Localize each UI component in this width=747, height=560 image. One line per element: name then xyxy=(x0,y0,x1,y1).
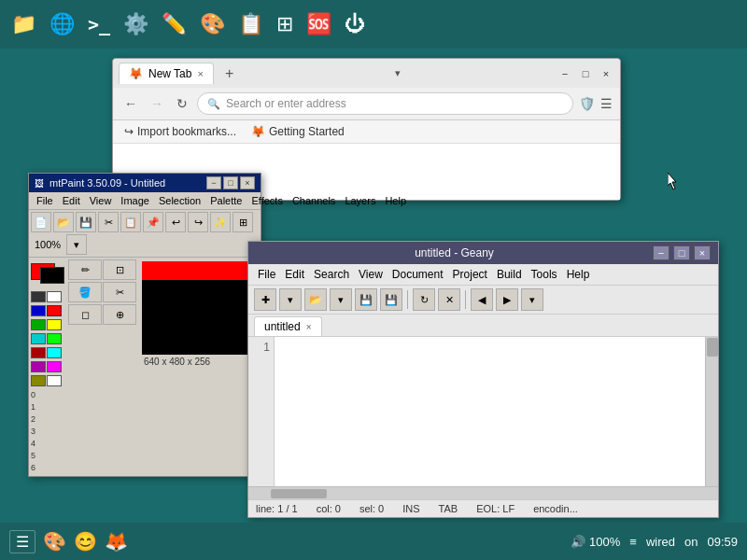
address-bar[interactable]: 🔍 Search or enter address xyxy=(197,92,573,115)
menu-selection[interactable]: Selection xyxy=(155,194,204,207)
smiley-icon[interactable]: 😊 xyxy=(74,530,97,553)
settings-icon[interactable]: ⚙️ xyxy=(123,12,148,36)
scrollbar-thumb[interactable] xyxy=(707,338,718,357)
getting-started-link[interactable]: 🦊 Getting Started xyxy=(251,125,345,138)
undo-button[interactable]: ↩ xyxy=(165,212,186,232)
menu-help[interactable]: Help xyxy=(563,267,594,282)
new-tab-button[interactable]: + xyxy=(219,65,239,82)
new-file-button[interactable]: 📄 xyxy=(31,212,51,232)
eraser-tool[interactable]: ◻ xyxy=(68,304,102,325)
palette-cell[interactable] xyxy=(31,347,46,358)
tab-dropdown-icon[interactable]: ▾ xyxy=(395,67,401,79)
palette-cell[interactable] xyxy=(47,319,62,330)
firefox-maximize-button[interactable]: □ xyxy=(577,65,594,82)
menu-view[interactable]: View xyxy=(355,267,387,282)
power-icon[interactable]: ⏻ xyxy=(345,12,365,36)
menu-file[interactable]: File xyxy=(254,267,279,282)
menu-effects[interactable]: Effects xyxy=(247,194,286,207)
menu-edit[interactable]: Edit xyxy=(59,194,84,207)
save-button[interactable]: 💾 xyxy=(355,288,377,311)
crop-tool[interactable]: ✂ xyxy=(103,282,136,302)
mtpaint-maximize-button[interactable]: □ xyxy=(223,176,238,189)
import-bookmarks-link[interactable]: ↪ Import bookmarks... xyxy=(124,125,236,138)
hamburger-menu-icon[interactable]: ☰ xyxy=(600,96,613,111)
menu-edit[interactable]: Edit xyxy=(281,267,308,282)
close-button[interactable]: ✕ xyxy=(438,288,460,311)
cut-button[interactable]: ✂ xyxy=(98,212,119,232)
folder-icon[interactable]: 📁 xyxy=(11,12,36,36)
select-tool[interactable]: ⊡ xyxy=(103,259,136,280)
firefox-close-button[interactable]: × xyxy=(598,65,614,82)
new-button[interactable]: ✚ xyxy=(254,288,276,311)
copy-icon[interactable]: 📋 xyxy=(238,12,263,36)
tab-close-button[interactable]: × xyxy=(197,68,203,79)
copy-button[interactable]: 📋 xyxy=(120,212,141,232)
applications-menu-button[interactable]: ☰ xyxy=(9,530,35,553)
menu-project[interactable]: Project xyxy=(449,267,491,282)
reload-button[interactable]: ↻ xyxy=(173,94,191,113)
effect-button[interactable]: ✨ xyxy=(210,212,231,232)
mtpaint-minimize-button[interactable]: − xyxy=(206,176,221,189)
palette-cell[interactable] xyxy=(31,305,46,316)
zoom-dropdown[interactable]: ▾ xyxy=(66,234,87,255)
save-file-button[interactable]: 💾 xyxy=(76,212,96,232)
navigate-forward-button[interactable]: ▶ xyxy=(496,288,518,311)
editor-content[interactable] xyxy=(275,337,705,486)
vertical-scrollbar[interactable] xyxy=(705,337,718,486)
edit-icon[interactable]: ✏️ xyxy=(162,12,187,36)
menu-build[interactable]: Build xyxy=(493,267,526,282)
palette-cell[interactable] xyxy=(31,291,46,302)
new-dropdown[interactable]: ▾ xyxy=(279,288,302,311)
geany-maximize-button[interactable]: □ xyxy=(673,245,690,260)
palette-cell[interactable] xyxy=(47,291,62,302)
horizontal-scrollbar[interactable] xyxy=(248,486,718,499)
brush-icon[interactable]: 🎨 xyxy=(200,12,225,36)
menu-image[interactable]: Image xyxy=(117,194,153,207)
redo-button[interactable]: ↪ xyxy=(188,212,208,232)
menu-help[interactable]: Help xyxy=(381,194,410,207)
shield-icon[interactable]: 🛡️ xyxy=(579,96,595,111)
menu-tools[interactable]: Tools xyxy=(528,267,561,282)
save-all-button[interactable]: 💾 xyxy=(380,288,402,311)
navigate-back-button[interactable]: ◀ xyxy=(471,288,493,311)
clone-tool[interactable]: ⊕ xyxy=(103,304,136,325)
back-button[interactable]: ← xyxy=(120,94,141,113)
navigate-dropdown[interactable]: ▾ xyxy=(521,288,543,311)
firefox-minimize-button[interactable]: − xyxy=(557,65,573,82)
menu-palette[interactable]: Palette xyxy=(206,194,246,207)
open-file-button[interactable]: 📂 xyxy=(53,212,74,232)
transform-button[interactable]: ⊞ xyxy=(233,212,253,232)
firefox-taskbar-icon[interactable]: 🦊 xyxy=(105,530,128,553)
paint-bucket-tool[interactable]: 🪣 xyxy=(68,282,102,302)
palette-cell[interactable] xyxy=(31,333,46,344)
reload-button[interactable]: ↻ xyxy=(413,288,435,311)
help-icon[interactable]: 🆘 xyxy=(306,12,331,36)
background-color[interactable] xyxy=(40,267,64,284)
palette-cell[interactable] xyxy=(47,305,62,316)
pencil-tool[interactable]: ✏ xyxy=(68,259,102,280)
menu-search[interactable]: Search xyxy=(310,267,353,282)
hscrollbar-thumb[interactable] xyxy=(271,489,327,498)
palette-cell[interactable] xyxy=(47,375,62,386)
geany-tab-untitled[interactable]: untitled × xyxy=(254,316,322,336)
palette-cell[interactable] xyxy=(47,347,62,358)
grid-icon[interactable]: ⊞ xyxy=(276,12,293,36)
menu-view[interactable]: View xyxy=(86,194,116,207)
firefox-tab[interactable]: 🦊 New Tab × xyxy=(119,63,214,84)
palette-cell[interactable] xyxy=(31,319,46,330)
palette-cell[interactable] xyxy=(47,333,62,344)
open-button[interactable]: 📂 xyxy=(304,288,327,311)
geany-close-button[interactable]: × xyxy=(694,245,711,260)
forward-button[interactable]: → xyxy=(147,94,167,113)
palette-cell[interactable] xyxy=(31,375,46,386)
menu-channels[interactable]: Channels xyxy=(289,194,339,207)
palette-cell[interactable] xyxy=(31,361,46,372)
menu-document[interactable]: Document xyxy=(388,267,447,282)
menu-layers[interactable]: Layers xyxy=(341,194,379,207)
mtpaint-close-button[interactable]: × xyxy=(240,176,255,189)
terminal-icon[interactable]: >_ xyxy=(88,13,110,35)
palette-cell[interactable] xyxy=(47,361,62,372)
colorpicker-icon[interactable]: 🎨 xyxy=(43,530,66,553)
geany-minimize-button[interactable]: − xyxy=(653,245,669,260)
paste-button[interactable]: 📌 xyxy=(143,212,163,232)
